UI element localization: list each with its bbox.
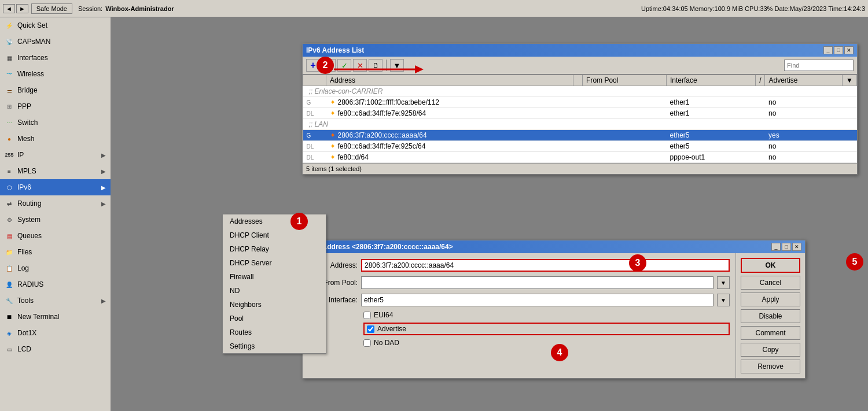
sidebar-item-label: Files	[17, 248, 106, 256]
interfaces-icon: ▦	[5, 53, 14, 62]
sidebar-item-label: Tools	[17, 297, 98, 305]
safe-mode-button[interactable]: Safe Mode	[31, 3, 72, 14]
copy-button[interactable]: Copy	[741, 343, 800, 357]
table-row[interactable]: DL ✦fe80::c6ad:34ff:fe7e:925c/64 ether5 …	[303, 141, 857, 152]
table-row[interactable]: G ✦2806:3f7:1002::ffff:f0ca:bebe/112 eth…	[303, 97, 857, 108]
sidebar-item-dot1x[interactable]: ◈ Dot1X	[0, 325, 111, 341]
submenu-item-dhcp-client[interactable]: DHCP Client	[223, 228, 326, 242]
sidebar-item-interfaces[interactable]: ▦ Interfaces	[0, 50, 111, 66]
submenu-item-dhcp-server[interactable]: DHCP Server	[223, 256, 326, 270]
sidebar: ⚡ Quick Set 📡 CAPsMAN ▦ Interfaces 〜 Wir…	[0, 17, 111, 411]
disable-button[interactable]: Disable	[741, 309, 800, 323]
from-pool-field[interactable]	[361, 276, 713, 289]
row-advertise: no	[765, 108, 843, 119]
session-label: Session:	[78, 5, 102, 12]
sidebar-item-routing[interactable]: ⇄ Routing ▶	[0, 195, 111, 212]
find-box[interactable]	[784, 60, 854, 71]
no-dad-checkbox[interactable]	[363, 339, 371, 347]
sidebar-item-system[interactable]: ⚙ System	[0, 212, 111, 228]
submenu-item-pool[interactable]: Pool	[223, 312, 326, 325]
sidebar-item-bridge[interactable]: ⚌ Bridge	[0, 82, 111, 98]
sidebar-item-ppp[interactable]: ⊞ PPP	[0, 98, 111, 114]
sidebar-item-ip[interactable]: 255 IP ▶	[0, 147, 111, 163]
row-sort	[573, 152, 583, 163]
interface-field[interactable]: ether5	[361, 294, 713, 306]
nav-buttons[interactable]: ◄ ►	[3, 4, 28, 13]
sidebar-item-label: PPP	[17, 102, 106, 110]
sidebar-item-mpls[interactable]: ≡ MPLS ▶	[0, 163, 111, 179]
ipv6-arrow-icon: ▶	[101, 184, 106, 191]
sidebar-item-quick-set[interactable]: ⚡ Quick Set	[0, 17, 111, 34]
radius-icon: 👤	[5, 280, 14, 289]
row-address: ✦2806:3f7:1002::ffff:f0ca:bebe/112	[326, 97, 573, 108]
sidebar-item-new-terminal[interactable]: ■ New Terminal	[0, 309, 111, 325]
edit-close-button[interactable]: ✕	[792, 243, 801, 251]
eui64-checkbox[interactable]	[363, 312, 371, 319]
form-area: Address: From Pool: ▼ Interface: ether5	[303, 253, 735, 378]
wireless-icon: 〜	[5, 69, 14, 79]
sidebar-item-label: Quick Set	[17, 21, 106, 29]
row-flag: G	[303, 130, 326, 141]
annotation-3: 3	[629, 254, 646, 272]
from-pool-dropdown-button[interactable]: ▼	[717, 276, 730, 289]
ipv6-icon: ⬡	[5, 183, 14, 192]
sidebar-item-files[interactable]: 📁 Files	[0, 244, 111, 260]
col-dropdown[interactable]: ▼	[843, 75, 857, 86]
interface-dropdown-button[interactable]: ▼	[717, 294, 730, 306]
submenu-item-settings[interactable]: Settings	[223, 339, 326, 353]
advertise-label: Advertise	[377, 325, 406, 333]
section-enlace-label: ;; Enlace-con-CARRIER	[303, 86, 857, 97]
col-from-pool: From Pool	[583, 75, 667, 86]
edit-minimize-button[interactable]: _	[771, 243, 781, 251]
sidebar-item-tools[interactable]: 🔧 Tools ▶	[0, 292, 111, 309]
find-input[interactable]	[787, 62, 851, 69]
row-interface: ether1	[666, 108, 755, 119]
sidebar-item-radius[interactable]: 👤 RADIUS	[0, 276, 111, 292]
sidebar-item-wireless[interactable]: 〜 Wireless	[0, 66, 111, 82]
sidebar-item-label: Log	[17, 264, 106, 272]
row-flag: DL	[303, 108, 326, 119]
nav-back-button[interactable]: ◄	[3, 4, 15, 13]
table-row[interactable]: DL ✦fe80::c6ad:34ff:fe7e:9258/64 ether1 …	[303, 108, 857, 119]
submenu-item-firewall[interactable]: Firewall	[223, 270, 326, 284]
nav-forward-button[interactable]: ►	[16, 4, 28, 13]
row-address: ✦fe80::c6ad:34ff:fe7e:925c/64	[326, 141, 573, 152]
table-row-selected[interactable]: G ✦2806:3f7:a200:cccc::aaaa/64 ether5 ye…	[303, 130, 857, 141]
advertise-row: Advertise	[363, 323, 730, 335]
submenu-item-neighbors[interactable]: Neighbors	[223, 298, 326, 312]
sidebar-item-ipv6[interactable]: ⬡ IPv6 ▶	[0, 179, 111, 195]
remove-button[interactable]: Remove	[741, 360, 800, 373]
sidebar-item-switch[interactable]: ⋯ Switch	[0, 114, 111, 131]
advertise-checkbox[interactable]	[367, 325, 374, 333]
row-advertise: no	[765, 141, 843, 152]
maximize-button[interactable]: □	[834, 46, 843, 54]
sidebar-item-label: IP	[17, 151, 98, 159]
table-row[interactable]: DL ✦fe80::d/64 pppoe-out1 no	[303, 152, 857, 163]
col-sort[interactable]	[573, 75, 583, 86]
sidebar-item-lcd[interactable]: ▭ LCD	[0, 341, 111, 357]
row-interface: ether1	[666, 97, 755, 108]
edit-maximize-button[interactable]: □	[782, 243, 791, 251]
sidebar-item-label: RADIUS	[17, 280, 106, 288]
address-field[interactable]	[361, 259, 730, 272]
submenu-item-addresses[interactable]: Addresses	[223, 214, 326, 228]
row-from-pool	[583, 97, 667, 108]
sidebar-item-queues[interactable]: ▤ Queues	[0, 228, 111, 244]
sidebar-item-mesh[interactable]: ● Mesh	[0, 131, 111, 147]
sidebar-item-capsman[interactable]: 📡 CAPsMAN	[0, 34, 111, 50]
ok-button[interactable]: OK	[741, 258, 800, 273]
sidebar-item-log[interactable]: 📋 Log	[0, 260, 111, 276]
comment-button[interactable]: Comment	[741, 326, 800, 340]
minimize-button[interactable]: _	[823, 46, 833, 54]
lcd-icon: ▭	[5, 345, 14, 354]
submenu-item-routes[interactable]: Routes	[223, 325, 326, 339]
cancel-button[interactable]: Cancel	[741, 276, 800, 290]
close-button[interactable]: ✕	[844, 46, 854, 54]
submenu-item-dhcp-relay[interactable]: DHCP Relay	[223, 242, 326, 256]
apply-button[interactable]: Apply	[741, 292, 800, 306]
ppp-icon: ⊞	[5, 102, 14, 111]
row-extra	[843, 130, 857, 141]
submenu-item-nd[interactable]: ND	[223, 284, 326, 298]
section-lan-label: ;; LAN	[303, 119, 857, 130]
sidebar-item-label: CAPsMAN	[17, 38, 106, 46]
